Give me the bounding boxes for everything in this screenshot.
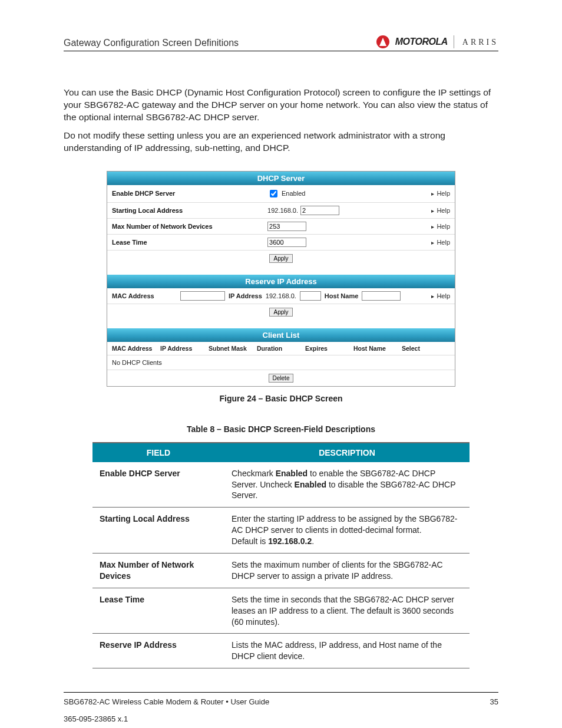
brand-block: MOTOROLA ARRIS: [376, 35, 498, 48]
table-caption: Table 8 – Basic DHCP Screen-Field Descri…: [64, 424, 498, 434]
input-mac-address[interactable]: [180, 291, 225, 301]
td-field: Enable DHCP Server: [92, 462, 224, 508]
brand-arris: ARRIS: [460, 37, 498, 47]
col-duration: Duration: [257, 345, 305, 352]
row-lease-time: Lease Time Help: [107, 235, 455, 251]
help-link[interactable]: Help: [431, 292, 450, 299]
table-row: Reserve IP Address Lists the MAC address…: [92, 634, 470, 668]
section-client-list: Client List: [107, 328, 455, 342]
field-description-table: FIELD DESCRIPTION Enable DHCP Server Che…: [92, 442, 470, 669]
td-desc: Enter the starting IP address to be assi…: [224, 508, 470, 554]
row-reserve-ip: MAC Address IP Address 192.168.0. Host N…: [107, 288, 455, 304]
col-select: Select: [402, 345, 450, 352]
label-max-devices: Max Number of Network Devices: [112, 223, 267, 230]
row-apply-dhcp: Apply: [107, 251, 455, 266]
input-lease-time[interactable]: [267, 238, 306, 247]
input-ip-suffix[interactable]: [300, 291, 321, 301]
row-delete-client: Delete: [107, 370, 455, 386]
intro-text: You can use the Basic DHCP (Dynamic Host…: [64, 87, 498, 154]
ctrl-starting-address: 192.168.0.: [267, 206, 382, 215]
doc-number: 365-095-23865 x.1: [64, 714, 498, 723]
apply-button[interactable]: Apply: [269, 308, 292, 317]
input-host-name[interactable]: [362, 291, 401, 301]
motorola-logo-icon: [376, 35, 389, 48]
col-ip: IP Address: [160, 345, 209, 352]
td-desc: Sets the time in seconds that the SBG678…: [224, 588, 470, 634]
page-header: Gateway Configuration Screen Definitions…: [64, 35, 498, 51]
help-link[interactable]: Help: [382, 239, 450, 246]
brand-separator: [454, 35, 454, 48]
delete-button[interactable]: Delete: [269, 374, 294, 383]
dhcp-screenshot: DHCP Server Enable DHCP Server Enabled H…: [107, 171, 455, 387]
table-row: Enable DHCP Server Checkmark Enabled to …: [92, 462, 470, 508]
table-row: Starting Local Address Enter the startin…: [92, 508, 470, 554]
apply-button[interactable]: Apply: [269, 254, 292, 263]
ctrl-max-devices: [267, 222, 382, 231]
ctrl-enable-dhcp: Enabled: [267, 188, 382, 199]
td-desc: Lists the MAC address, IP address, and H…: [224, 634, 470, 668]
th-field: FIELD: [92, 443, 224, 462]
label-starting-address: Starting Local Address: [112, 207, 267, 214]
help-link[interactable]: Help: [382, 207, 450, 214]
row-apply-reserve: Apply: [107, 304, 455, 320]
label-enable-dhcp: Enable DHCP Server: [112, 190, 267, 197]
footer-left: SBG6782-AC Wireless Cable Modem & Router…: [64, 697, 269, 706]
help-link[interactable]: Help: [382, 190, 450, 197]
brand-motorola: MOTOROLA: [395, 37, 448, 47]
prefix-ip: 192.168.0.: [266, 292, 296, 299]
page-footer: SBG6782-AC Wireless Cable Modem & Router…: [64, 692, 498, 706]
help-link[interactable]: Help: [382, 223, 450, 230]
td-field: Reserve IP Address: [92, 634, 224, 668]
label-ip-address: IP Address: [229, 292, 262, 299]
brand-arris-text: ARRIS: [462, 38, 498, 47]
col-host: Host Name: [353, 345, 402, 352]
section-reserve-ip: Reserve IP Address: [107, 275, 455, 288]
checkbox-enabled[interactable]: [270, 190, 277, 197]
col-subnet: Subnet Mask: [209, 345, 257, 352]
th-desc: DESCRIPTION: [224, 443, 470, 462]
client-list-header: MAC Address IP Address Subnet Mask Durat…: [107, 342, 455, 355]
page-number: 35: [490, 697, 498, 706]
td-field: Lease Time: [92, 588, 224, 634]
label-mac-address: MAC Address: [112, 292, 177, 299]
td-desc: Checkmark Enabled to enable the SBG6782-…: [224, 462, 470, 508]
input-max-devices[interactable]: [267, 222, 306, 231]
td-desc: Sets the maximum number of clients for t…: [224, 553, 470, 588]
label-host-name: Host Name: [325, 292, 358, 299]
table-row: Lease Time Sets the time in seconds that…: [92, 588, 470, 634]
col-mac: MAC Address: [112, 345, 160, 352]
figure-caption: Figure 24 – Basic DHCP Screen: [64, 394, 498, 403]
col-expires: Expires: [305, 345, 353, 352]
row-starting-address: Starting Local Address 192.168.0. Help: [107, 203, 455, 219]
text-enabled: Enabled: [282, 190, 305, 197]
no-clients-text: No DHCP Clients: [107, 355, 455, 370]
td-field: Starting Local Address: [92, 508, 224, 554]
prefix-starting-address: 192.168.0.: [267, 207, 298, 214]
row-max-devices: Max Number of Network Devices Help: [107, 219, 455, 235]
intro-p2: Do not modify these setting unless you a…: [64, 130, 498, 154]
label-lease-time: Lease Time: [112, 239, 267, 246]
td-field: Max Number of Network Devices: [92, 553, 224, 588]
header-title: Gateway Configuration Screen Definitions: [64, 38, 239, 48]
ctrl-lease-time: [267, 238, 382, 247]
row-enable-dhcp: Enable DHCP Server Enabled Help: [107, 185, 455, 203]
table-row: Max Number of Network Devices Sets the m…: [92, 553, 470, 588]
input-starting-address[interactable]: [300, 206, 339, 215]
section-dhcp-server: DHCP Server: [107, 172, 455, 185]
intro-p1: You can use the Basic DHCP (Dynamic Host…: [64, 87, 498, 124]
